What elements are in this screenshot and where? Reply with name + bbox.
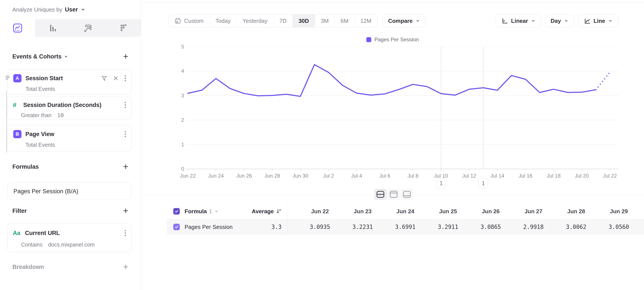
date-column-headers: Jun 22Jun 23Jun 24Jun 25Jun 26Jun 27Jun … — [298, 208, 640, 215]
chart-only-button[interactable] — [387, 189, 400, 200]
date-column-header[interactable]: Jun 27 — [512, 208, 555, 215]
filter-icon[interactable] — [101, 75, 108, 82]
range-label: Yesterday — [242, 18, 268, 24]
average-label: Average — [252, 208, 274, 215]
column-divider — [288, 203, 288, 234]
kebab-menu-icon[interactable] — [124, 229, 126, 237]
event-title[interactable]: Page View — [26, 131, 54, 138]
add-breakdown-button[interactable]: + — [123, 262, 128, 271]
formula-expression[interactable]: Pages Per Session (B/A) — [8, 183, 131, 200]
range-button-custom[interactable]: Custom — [169, 15, 210, 27]
tab-retention-report[interactable] — [106, 19, 141, 37]
event-measure[interactable]: Total Events — [26, 142, 55, 148]
x-axis-label: Jun 26 — [230, 173, 258, 179]
report-type-tabs — [0, 19, 141, 37]
x-axis-label: Jul 6 — [371, 173, 399, 179]
table-only-button[interactable] — [400, 189, 413, 200]
event-title[interactable]: Session Start — [26, 75, 63, 82]
drag-handle-icon[interactable] — [5, 75, 10, 80]
date-column-header[interactable]: Jun 29 — [598, 208, 640, 215]
annotation-badge[interactable]: 1 — [478, 178, 488, 188]
value-cell: 3.0935 — [298, 224, 341, 230]
date-value-cells: 3.09353.22313.69913.29113.08652.99183.00… — [298, 224, 640, 230]
legend-item-pages-per-session[interactable]: Pages Per Session — [366, 37, 418, 43]
tab-flows-report[interactable] — [70, 19, 106, 37]
x-axis-label: Jul 18 — [540, 173, 568, 179]
add-event-button[interactable]: + — [123, 52, 128, 61]
annotation-badge[interactable]: 1 — [436, 178, 446, 188]
range-label: Custom — [184, 18, 204, 24]
chevron-down-icon — [214, 209, 219, 213]
report-main-panel: CustomTodayYesterday7D30D3M6M12M Compare… — [141, 0, 644, 290]
compare-button[interactable]: Compare — [382, 14, 425, 27]
formula-card[interactable]: Pages Per Session (B/A) — [8, 183, 132, 200]
value-cell: 3.0560 — [598, 224, 640, 230]
chart-type-button[interactable]: Line — [578, 14, 618, 27]
range-button-7d[interactable]: 7D — [273, 15, 292, 27]
value-cell: 3.6991 — [384, 224, 427, 230]
bar-chart-icon — [48, 23, 58, 33]
analyze-by-dropdown[interactable]: User — [65, 6, 78, 13]
date-column-header[interactable]: Jun 26 — [470, 208, 512, 215]
chevron-down-icon — [80, 7, 85, 12]
formula-label: Formula — [184, 208, 207, 215]
date-column-header[interactable]: Jun 22 — [298, 208, 341, 215]
tab-bar-report[interactable] — [35, 19, 70, 37]
value-cell: 3.0865 — [470, 224, 512, 230]
property-title[interactable]: Session Duration (Seconds) — [23, 102, 102, 109]
value-cell: 3.2231 — [341, 224, 384, 230]
split-view-button[interactable] — [374, 189, 387, 200]
property-filter-card-session-duration[interactable]: # Session Duration (Seconds) Greater tha… — [8, 96, 132, 119]
date-column-header[interactable]: Jun 28 — [555, 208, 598, 215]
event-card-session-start[interactable]: A Session Start Total Events — [8, 69, 132, 95]
range-button-3m[interactable]: 3M — [315, 15, 334, 27]
insights-line-icon — [12, 23, 22, 33]
range-button-6m[interactable]: 6M — [334, 15, 354, 27]
calendar-icon — [174, 18, 181, 24]
average-column-header[interactable]: Average — [252, 208, 288, 215]
event-measure[interactable]: Total Events — [26, 86, 55, 92]
breakdown-section-header: Breakdown + — [0, 262, 141, 272]
table-row-pages-per-session[interactable]: Pages Per Session 3.3 3.09353.22313.6991… — [141, 219, 644, 234]
x-axis-label: Jul 12 — [455, 173, 483, 179]
kebab-menu-icon[interactable] — [124, 101, 126, 109]
value-cell: 3.2911 — [427, 224, 470, 230]
add-formula-button[interactable]: + — [123, 162, 128, 171]
line-chart-icon — [584, 18, 590, 24]
insights-report: Analyze Uniques by User — [0, 0, 644, 290]
filter-operator[interactable]: Contains — [21, 241, 42, 248]
date-column-header[interactable]: Jun 23 — [341, 208, 384, 215]
x-axis-label: Jul 20 — [568, 173, 596, 179]
events-header-toggle[interactable]: Events & Cohorts — [12, 53, 68, 60]
y-axis-label: 2 — [167, 117, 184, 123]
row-checkbox[interactable] — [173, 224, 180, 230]
select-all-checkbox[interactable] — [173, 208, 180, 215]
y-axis-scale-button[interactable]: Linear — [496, 14, 541, 27]
kebab-menu-icon[interactable] — [124, 75, 126, 82]
formulas-section-header: Formulas + — [0, 162, 141, 172]
value-cell: 3.0062 — [555, 224, 598, 230]
filter-operator[interactable]: Greater than — [21, 112, 52, 119]
date-column-header[interactable]: Jun 25 — [427, 208, 470, 215]
table-header-row: Formula 1 Average Jun 22Jun 23Jun 24Jun … — [141, 203, 644, 219]
filter-property-title[interactable]: Current URL — [25, 230, 60, 236]
add-filter-button[interactable]: + — [123, 206, 128, 215]
range-button-yesterday[interactable]: Yesterday — [236, 15, 273, 27]
date-column-header[interactable]: Jun 24 — [384, 208, 427, 215]
close-icon[interactable] — [113, 75, 119, 81]
events-section-header: Events & Cohorts + — [0, 52, 141, 62]
chart-canvas — [141, 47, 644, 172]
filter-value[interactable]: docs.mixpanel.com — [48, 241, 95, 248]
filter-card-current-url[interactable]: Aa Current URL Contains docs.mixpanel.co… — [8, 223, 132, 252]
range-button-30d[interactable]: 30D — [292, 15, 315, 27]
split-view-icon — [376, 191, 384, 198]
formula-number: 1 — [209, 208, 212, 215]
kebab-menu-icon[interactable] — [124, 130, 126, 138]
range-button-12m[interactable]: 12M — [354, 15, 377, 27]
formula-column-header[interactable]: Formula 1 — [184, 208, 219, 215]
range-button-today[interactable]: Today — [210, 15, 236, 27]
interval-button[interactable]: Day — [545, 14, 574, 27]
tab-insights[interactable] — [0, 19, 35, 37]
event-card-page-view[interactable]: B Page View Total Events — [8, 125, 132, 152]
filter-value[interactable]: 10 — [57, 112, 64, 119]
